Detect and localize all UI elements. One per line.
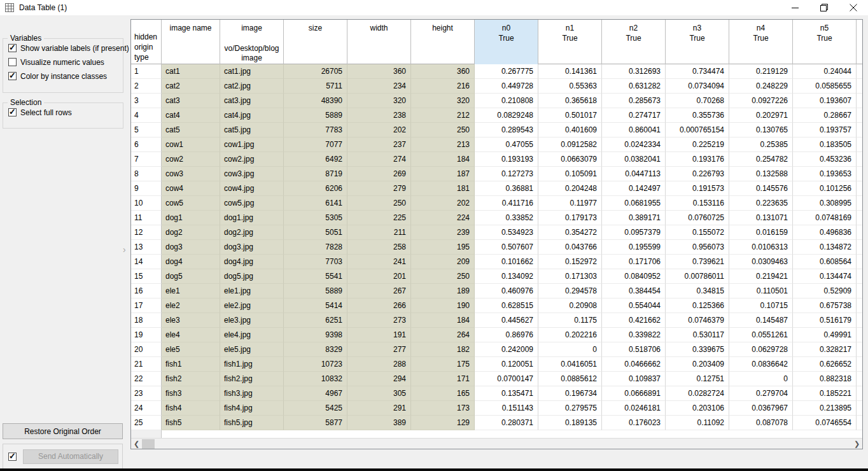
panel-collapse-chevron-icon[interactable]: › xyxy=(123,243,129,256)
corner-header[interactable]: hiddenorigintype xyxy=(131,20,162,64)
cell-n4[interactable]: 0.25385 xyxy=(729,137,793,152)
scroll-right-arrow-icon[interactable]: ❯ xyxy=(851,439,862,449)
cell-height[interactable]: 209 xyxy=(411,255,475,269)
row-number[interactable]: 7 xyxy=(131,152,162,167)
column-header-n0[interactable]: n0True xyxy=(475,20,538,64)
cell-image[interactable]: fish3.jpg xyxy=(220,386,284,401)
cell-width[interactable]: 211 xyxy=(347,225,411,240)
row-number[interactable]: 1 xyxy=(131,64,162,79)
cell-n3[interactable]: 0.0734094 xyxy=(666,79,729,94)
cell-size[interactable]: 8329 xyxy=(284,342,347,357)
cell-n3[interactable]: 0.203106 xyxy=(666,401,729,416)
cell-n4[interactable]: 0.219129 xyxy=(729,64,793,79)
cell-n1[interactable]: 0.152972 xyxy=(538,255,602,269)
cell-n3[interactable]: 0.191573 xyxy=(666,181,729,196)
cell-n1[interactable]: 0.043766 xyxy=(538,240,602,255)
cell-n0[interactable]: 0.101662 xyxy=(475,255,538,269)
cell-n4[interactable]: 0.0551261 xyxy=(729,328,793,342)
cell-n4[interactable]: 0.0106313 xyxy=(729,240,793,255)
row-number[interactable]: 3 xyxy=(131,94,162,108)
cell-n1[interactable]: 0.279575 xyxy=(538,401,602,416)
cell-n0[interactable]: 0.120051 xyxy=(475,357,538,372)
cell-size[interactable]: 10723 xyxy=(284,357,347,372)
cell-size[interactable]: 5889 xyxy=(284,108,347,123)
cell-image-name[interactable]: cat3 xyxy=(162,94,220,108)
cell-image-name[interactable]: fish3 xyxy=(162,386,220,401)
cell-n0[interactable]: 0.151143 xyxy=(475,401,538,416)
cell-n5[interactable]: 0.52909 xyxy=(793,284,857,299)
cell-height[interactable]: 195 xyxy=(411,240,475,255)
column-header-n4[interactable]: n4True xyxy=(729,20,793,64)
cell-n4[interactable]: 0.248229 xyxy=(729,79,793,94)
cell-n2[interactable]: 0.0666891 xyxy=(602,386,666,401)
cell-n2[interactable]: 0.0246181 xyxy=(602,401,666,416)
cell-n2[interactable]: 0.0447113 xyxy=(602,167,666,181)
cell-n1[interactable]: 0.365618 xyxy=(538,94,602,108)
cell-n2[interactable]: 0.142497 xyxy=(602,181,666,196)
cell-image[interactable]: cat1.jpg xyxy=(220,64,284,79)
cell-height[interactable]: 212 xyxy=(411,108,475,123)
cell-n2[interactable]: 0.860041 xyxy=(602,123,666,137)
cell-n2[interactable]: 0.0957379 xyxy=(602,225,666,240)
cell-height[interactable]: 224 xyxy=(411,211,475,225)
cell-height[interactable]: 184 xyxy=(411,313,475,328)
cell-image-name[interactable]: dog3 xyxy=(162,240,220,255)
cell-n4[interactable]: 0.0629728 xyxy=(729,342,793,357)
cell-n0[interactable]: 0.127273 xyxy=(475,167,538,181)
column-header-n5[interactable]: n5True xyxy=(793,20,857,64)
cell-n4[interactable]: 0.131071 xyxy=(729,211,793,225)
cell-n2[interactable]: 0.554044 xyxy=(602,299,666,313)
cell-n5[interactable]: 0.134474 xyxy=(793,269,857,284)
cell-width[interactable]: 202 xyxy=(347,123,411,137)
cell-height[interactable]: 165 xyxy=(411,386,475,401)
cell-image[interactable]: cow1.jpg xyxy=(220,137,284,152)
cell-n2[interactable]: 0.195599 xyxy=(602,240,666,255)
cell-size[interactable]: 5414 xyxy=(284,299,347,313)
cell-image-name[interactable]: cow4 xyxy=(162,181,220,196)
cell-n0[interactable]: 0.86976 xyxy=(475,328,538,342)
horizontal-scrollbar[interactable]: ❮ ❯ xyxy=(131,438,862,449)
cell-n0[interactable]: 0.210808 xyxy=(475,94,538,108)
cell-n0[interactable]: 0.449728 xyxy=(475,79,538,94)
cell-width[interactable]: 241 xyxy=(347,255,411,269)
cell-image-name[interactable]: cat5 xyxy=(162,123,220,137)
cell-image-name[interactable]: fish2 xyxy=(162,372,220,386)
cell-n1[interactable]: 0.0912582 xyxy=(538,137,602,152)
cell-height[interactable]: 182 xyxy=(411,342,475,357)
cell-n3[interactable]: 0.34815 xyxy=(666,284,729,299)
cell-n4[interactable]: 0.219421 xyxy=(729,269,793,284)
row-number[interactable]: 19 xyxy=(131,328,162,342)
cell-n0[interactable]: 0.534923 xyxy=(475,225,538,240)
column-header-n1[interactable]: n1True xyxy=(538,20,602,64)
cell-size[interactable]: 6492 xyxy=(284,152,347,167)
column-header-n3[interactable]: n3True xyxy=(666,20,729,64)
cell-image-name[interactable]: cow1 xyxy=(162,137,220,152)
auto-send-checkbox[interactable] xyxy=(8,453,17,461)
cell-height[interactable]: 173 xyxy=(411,401,475,416)
cell-n4[interactable]: 0.145487 xyxy=(729,313,793,328)
cell-n3[interactable]: 0.956073 xyxy=(666,240,729,255)
row-number[interactable]: 22 xyxy=(131,372,162,386)
cell-image[interactable]: ele1.jpg xyxy=(220,284,284,299)
cell-width[interactable]: 269 xyxy=(347,167,411,181)
cell-n4[interactable]: 0 xyxy=(729,372,793,386)
cell-n5[interactable]: 0.183505 xyxy=(793,137,857,152)
cell-size[interactable]: 8719 xyxy=(284,167,347,181)
row-number[interactable]: 2 xyxy=(131,79,162,94)
row-number[interactable]: 25 xyxy=(131,416,162,430)
cell-n5[interactable]: 0.0748169 xyxy=(793,211,857,225)
row-number[interactable]: 15 xyxy=(131,269,162,284)
cell-image[interactable]: cat2.jpg xyxy=(220,79,284,94)
cell-height[interactable]: 250 xyxy=(411,123,475,137)
cell-n0[interactable]: 0.0829248 xyxy=(475,108,538,123)
row-number[interactable]: 11 xyxy=(131,211,162,225)
cell-n3[interactable]: 0.193176 xyxy=(666,152,729,167)
cell-height[interactable]: 216 xyxy=(411,79,475,94)
cell-n2[interactable]: 0.631282 xyxy=(602,79,666,94)
cell-n4[interactable]: 0.202971 xyxy=(729,108,793,123)
cell-width[interactable]: 360 xyxy=(347,64,411,79)
row-number[interactable]: 23 xyxy=(131,386,162,401)
cell-n1[interactable]: 0.196734 xyxy=(538,386,602,401)
cell-n5[interactable]: 0.134872 xyxy=(793,240,857,255)
cell-n1[interactable]: 0.105091 xyxy=(538,167,602,181)
